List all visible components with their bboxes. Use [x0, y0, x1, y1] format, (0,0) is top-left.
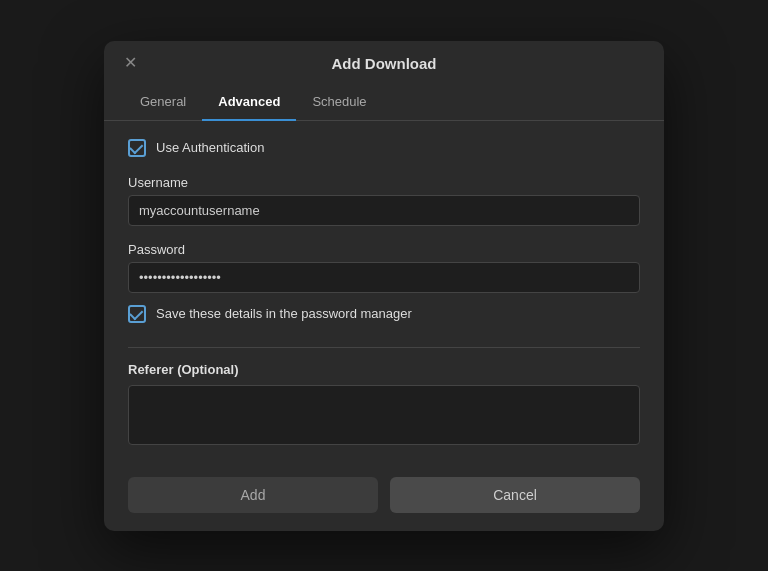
save-details-label: Save these details in the password manag…	[156, 306, 412, 321]
save-details-checkbox[interactable]	[128, 305, 146, 323]
tab-advanced[interactable]: Advanced	[202, 86, 296, 121]
dialog-title: Add Download	[332, 55, 437, 72]
close-button[interactable]: ✕	[120, 53, 140, 73]
add-download-dialog: ✕ Add Download General Advanced Schedule…	[104, 41, 664, 531]
tab-schedule[interactable]: Schedule	[296, 86, 382, 121]
save-details-row: Save these details in the password manag…	[128, 305, 640, 323]
referer-label: Referer (Optional)	[128, 362, 640, 377]
title-bar: ✕ Add Download	[104, 41, 664, 72]
username-input[interactable]	[128, 195, 640, 226]
advanced-content: Use Authentication Username Password Sav…	[104, 121, 664, 463]
use-auth-checkbox[interactable]	[128, 139, 146, 157]
section-divider	[128, 347, 640, 348]
button-row: Add Cancel	[104, 463, 664, 531]
add-button[interactable]: Add	[128, 477, 378, 513]
password-label: Password	[128, 242, 640, 257]
password-input[interactable]	[128, 262, 640, 293]
referer-input[interactable]	[128, 385, 640, 445]
tab-general[interactable]: General	[124, 86, 202, 121]
username-label: Username	[128, 175, 640, 190]
cancel-button[interactable]: Cancel	[390, 477, 640, 513]
use-auth-label: Use Authentication	[156, 140, 264, 155]
tabs-bar: General Advanced Schedule	[104, 78, 664, 121]
use-auth-row: Use Authentication	[128, 139, 640, 157]
